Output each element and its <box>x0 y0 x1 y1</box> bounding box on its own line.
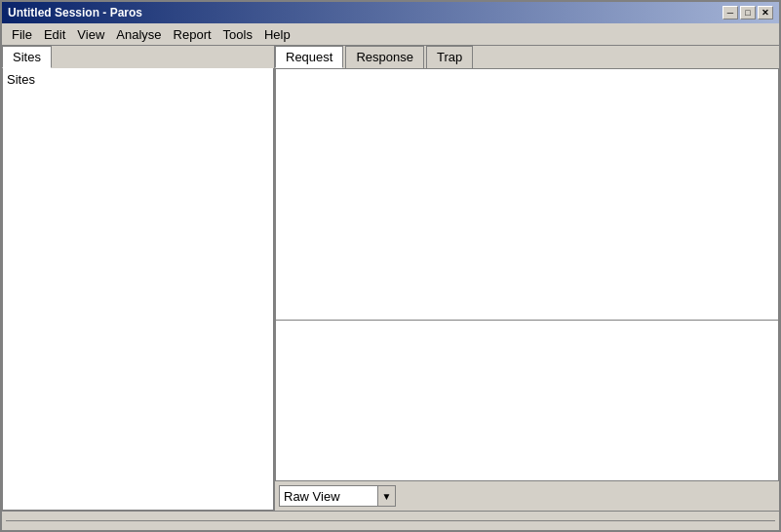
window-controls: ─ □ ✕ <box>722 6 773 19</box>
window-title: Untitled Session - Paros <box>8 6 142 19</box>
left-panel: Sites Sites <box>2 46 275 511</box>
right-tabs: Request Response Trap <box>275 46 779 68</box>
maximize-button[interactable]: □ <box>740 6 756 19</box>
tab-sites[interactable]: Sites <box>2 46 52 68</box>
main-content: Sites Sites Request Response Trap <box>2 45 779 511</box>
status-bar <box>2 511 779 530</box>
left-panel-tabs: Sites <box>2 46 274 68</box>
menu-edit[interactable]: Edit <box>38 25 71 44</box>
dropdown-arrow-icon[interactable]: ▼ <box>377 486 395 506</box>
status-divider <box>6 520 775 521</box>
bottom-toolbar: Raw View ▼ <box>275 481 779 511</box>
menu-view[interactable]: View <box>71 25 110 44</box>
close-button[interactable]: ✕ <box>758 6 773 19</box>
minimize-button[interactable]: ─ <box>722 6 738 19</box>
menu-report[interactable]: Report <box>168 25 217 44</box>
sites-label: Sites <box>7 72 35 87</box>
title-bar: Untitled Session - Paros ─ □ ✕ <box>2 2 779 23</box>
view-dropdown[interactable]: Raw View ▼ <box>279 485 396 507</box>
menu-tools[interactable]: Tools <box>217 25 258 44</box>
tab-request[interactable]: Request <box>275 46 343 68</box>
right-panel-content <box>275 68 779 481</box>
menu-bar: File Edit View Analyse Report Tools Help <box>2 23 779 45</box>
main-window: Untitled Session - Paros ─ □ ✕ File Edit… <box>0 0 781 532</box>
right-panel: Request Response Trap Raw View ▼ <box>275 46 779 511</box>
request-content-bottom <box>275 321 779 481</box>
menu-file[interactable]: File <box>6 25 38 44</box>
dropdown-label: Raw View <box>280 489 377 504</box>
menu-analyse[interactable]: Analyse <box>110 25 167 44</box>
request-content-top <box>275 68 779 321</box>
menu-help[interactable]: Help <box>258 25 296 44</box>
left-panel-content: Sites <box>2 68 274 511</box>
tab-trap[interactable]: Trap <box>426 46 473 68</box>
tab-response[interactable]: Response <box>345 46 424 68</box>
